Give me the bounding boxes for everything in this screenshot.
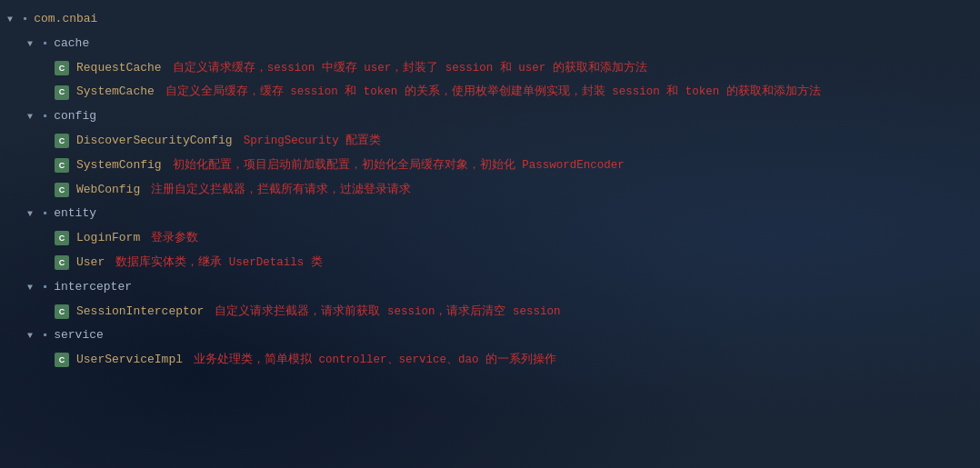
class-user[interactable]: C User 数据库实体类，继承 UserDetails 类 xyxy=(0,251,980,275)
class-name-system-cache: SystemCache xyxy=(76,83,155,102)
class-system-config[interactable]: C SystemConfig 初始化配置，项目启动前加载配置，初始化全局缓存对象… xyxy=(0,154,980,178)
service-arrow: ▼ xyxy=(27,329,38,344)
folder-cache[interactable]: ▼ ▪ cache xyxy=(0,32,980,56)
class-name-user-service-impl: UserServiceImpl xyxy=(76,351,183,370)
class-icon-request-cache: C xyxy=(55,61,69,75)
intercepter-folder-icon: ▪ xyxy=(42,279,48,296)
class-icon-discover-security: C xyxy=(55,134,69,148)
class-name-session-interceptor: SessionInterceptor xyxy=(76,303,204,322)
class-icon-system-cache: C xyxy=(55,85,69,100)
desc-system-config: 初始化配置，项目启动前加载配置，初始化全局缓存对象，初始化 PasswordEn… xyxy=(173,156,625,174)
folder-config[interactable]: ▼ ▪ config xyxy=(0,105,980,129)
file-tree: ▼ ▪ com.cnbai ▼ ▪ cache C RequestCache 自… xyxy=(0,0,980,380)
desc-web-config: 注册自定义拦截器，拦截所有请求，过滤登录请求 xyxy=(151,181,411,199)
desc-discover-security: SpringSecurity 配置类 xyxy=(244,132,382,150)
class-session-interceptor[interactable]: C SessionInterceptor 自定义请求拦截器，请求前获取 sess… xyxy=(0,300,980,324)
desc-session-interceptor: 自定义请求拦截器，请求前获取 session，请求后清空 session xyxy=(215,303,560,321)
entity-folder-name: entity xyxy=(54,204,96,224)
cache-folder-name: cache xyxy=(54,35,89,54)
class-discover-security-config[interactable]: C DiscoverSecurityConfig SpringSecurity … xyxy=(0,129,980,154)
root-folder-icon: ▪ xyxy=(22,11,28,28)
service-folder-name: service xyxy=(54,326,104,345)
class-name-web-config: WebConfig xyxy=(76,181,140,200)
class-web-config[interactable]: C WebConfig 注册自定义拦截器，拦截所有请求，过滤登录请求 xyxy=(0,178,980,203)
config-folder-name: config xyxy=(54,107,96,126)
root-package-name: com.cnbai xyxy=(34,10,97,29)
folder-service[interactable]: ▼ ▪ service xyxy=(0,324,980,348)
class-user-service-impl[interactable]: C UserServiceImpl 业务处理类，简单模拟 controller、… xyxy=(0,348,980,373)
class-icon-system-config: C xyxy=(55,158,69,173)
cache-arrow: ▼ xyxy=(27,37,38,52)
class-system-cache[interactable]: C SystemCache 自定义全局缓存，缓存 session 和 token… xyxy=(0,80,980,105)
class-login-form[interactable]: C LoginForm 登录参数 xyxy=(0,226,980,251)
class-icon-web-config: C xyxy=(55,183,69,197)
class-name-discover-security: DiscoverSecurityConfig xyxy=(76,132,233,151)
desc-login-form: 登录参数 xyxy=(151,229,198,247)
cache-folder-icon: ▪ xyxy=(42,35,48,53)
folder-entity[interactable]: ▼ ▪ entity xyxy=(0,202,980,226)
desc-user: 数据库实体类，继承 UserDetails 类 xyxy=(115,254,323,272)
service-folder-icon: ▪ xyxy=(42,327,48,344)
root-package[interactable]: ▼ ▪ com.cnbai xyxy=(0,7,980,32)
class-icon-user: C xyxy=(55,255,69,270)
class-name-user: User xyxy=(76,254,105,273)
config-arrow: ▼ xyxy=(27,110,38,124)
class-name-login-form: LoginForm xyxy=(76,229,140,248)
desc-request-cache: 自定义请求缓存，session 中缓存 user，封装了 session 和 u… xyxy=(173,59,647,77)
root-arrow: ▼ xyxy=(7,13,18,27)
entity-folder-icon: ▪ xyxy=(42,205,48,223)
folder-intercepter[interactable]: ▼ ▪ intercepter xyxy=(0,275,980,300)
class-icon-login-form: C xyxy=(55,231,69,245)
class-icon-session-interceptor: C xyxy=(55,304,69,319)
intercepter-arrow: ▼ xyxy=(27,281,38,295)
class-request-cache[interactable]: C RequestCache 自定义请求缓存，session 中缓存 user，… xyxy=(0,56,980,81)
class-icon-user-service-impl: C xyxy=(55,353,69,367)
config-folder-icon: ▪ xyxy=(42,108,48,125)
intercepter-folder-name: intercepter xyxy=(54,278,132,297)
class-name-system-config: SystemConfig xyxy=(76,156,162,175)
entity-arrow: ▼ xyxy=(27,207,38,222)
desc-user-service-impl: 业务处理类，简单模拟 controller、service、dao 的一系列操作 xyxy=(194,351,556,369)
class-name-request-cache: RequestCache xyxy=(76,59,162,78)
desc-system-cache: 自定义全局缓存，缓存 session 和 token 的关系，使用枚举创建单例实… xyxy=(165,83,821,101)
